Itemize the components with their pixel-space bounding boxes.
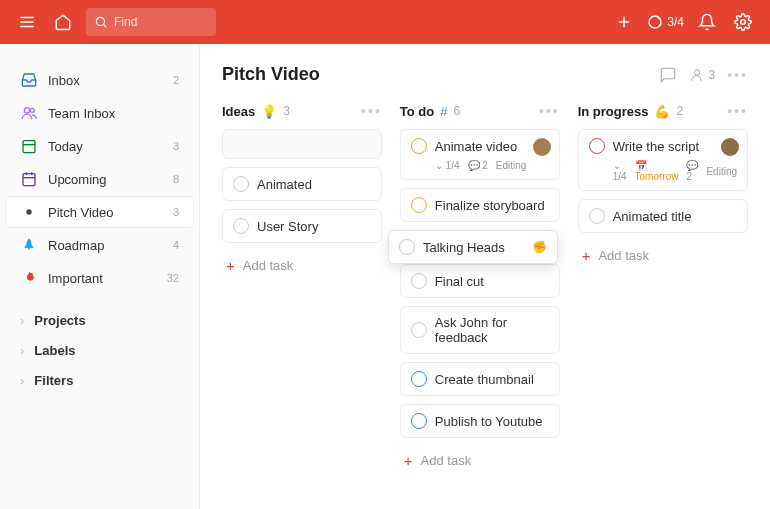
add-icon[interactable]	[611, 9, 637, 35]
sidebar-item-pitch-video[interactable]: Pitch Video 3	[6, 197, 193, 227]
assignee-avatar[interactable]	[533, 138, 551, 156]
task-title: Animated title	[613, 209, 692, 224]
sidebar-item-today[interactable]: Today 3	[6, 131, 193, 161]
task-title: Publish to Youtube	[435, 414, 543, 429]
sidebar: Inbox 2 Team Inbox Today 3 Upcoming 8 Pi…	[0, 44, 200, 509]
new-task-placeholder[interactable]	[222, 129, 382, 159]
menu-icon[interactable]	[14, 9, 40, 35]
task-label: Editing	[706, 166, 737, 177]
svg-point-17	[27, 210, 31, 214]
task-checkbox[interactable]	[411, 413, 427, 429]
svg-rect-13	[23, 174, 35, 186]
comments-count: 💬 2	[686, 160, 698, 182]
board-menu-icon[interactable]: •••	[727, 67, 748, 83]
task-checkbox[interactable]	[411, 197, 427, 213]
home-icon[interactable]	[50, 9, 76, 35]
column-header: To do # 6 •••	[400, 103, 560, 119]
calendar-icon	[20, 170, 38, 188]
task-meta: ⌄ 1/4💬 2Editing	[435, 160, 549, 171]
sidebar-item-important[interactable]: Important 32	[6, 263, 193, 293]
task-checkbox[interactable]	[411, 371, 427, 387]
progress-pill[interactable]: 3/4	[647, 14, 684, 30]
tray-icon	[20, 71, 38, 89]
task-card[interactable]: Animated	[222, 167, 382, 201]
sidebar-item-roadmap[interactable]: Roadmap 4	[6, 230, 193, 260]
task-card[interactable]: Write the script ⌄ 1/4📅 Tomorrow💬 2Editi…	[578, 129, 748, 191]
column-menu-icon[interactable]: •••	[727, 103, 748, 119]
task-title: Create thumbnail	[435, 372, 534, 387]
task-card[interactable]: Final cut	[400, 264, 560, 298]
task-checkbox[interactable]	[233, 176, 249, 192]
section-label: Projects	[34, 313, 179, 328]
column-header: In progress 💪 2 •••	[578, 103, 748, 119]
add-task-button[interactable]: + Add task	[400, 446, 560, 475]
task-checkbox[interactable]	[233, 218, 249, 234]
task-title: Talking Heads	[423, 240, 505, 255]
nav-label: Upcoming	[48, 172, 163, 187]
calendar-day-icon	[20, 137, 38, 155]
task-checkbox[interactable]	[411, 138, 427, 154]
section-label: Labels	[34, 343, 179, 358]
nav-label: Important	[48, 271, 157, 286]
task-card[interactable]: Create thumbnail	[400, 362, 560, 396]
rocket-icon	[20, 236, 38, 254]
column-title: To do	[400, 104, 434, 119]
column-in-progress: In progress 💪 2 ••• Write the script ⌄ 1…	[578, 103, 748, 270]
column-count: 6	[453, 104, 460, 118]
column-ideas: Ideas 💡 3 ••• Animated User Story + Add …	[222, 103, 382, 280]
assignee-avatar[interactable]	[721, 138, 739, 156]
sidebar-item-upcoming[interactable]: Upcoming 8	[6, 164, 193, 194]
column-title: Ideas	[222, 104, 255, 119]
chevron-right-icon: ›	[20, 373, 24, 388]
nav-count: 3	[173, 140, 179, 152]
svg-line-4	[104, 25, 107, 28]
chevron-right-icon: ›	[20, 343, 24, 358]
task-checkbox[interactable]	[589, 208, 605, 224]
fire-icon	[20, 269, 38, 287]
task-card[interactable]: Ask John for feedback	[400, 306, 560, 354]
comments-icon[interactable]	[659, 66, 677, 84]
task-card[interactable]: Animated title	[578, 199, 748, 233]
task-checkbox[interactable]	[411, 322, 427, 338]
gear-icon[interactable]	[730, 9, 756, 35]
sidebar-item-team-inbox[interactable]: Team Inbox	[6, 98, 193, 128]
grab-icon: ✊	[532, 240, 547, 254]
task-checkbox[interactable]	[411, 273, 427, 289]
add-task-label: Add task	[598, 248, 649, 263]
task-card[interactable]: Animate video ⌄ 1/4💬 2Editing	[400, 129, 560, 180]
comments-count: 💬 2	[468, 160, 488, 171]
task-card[interactable]: Finalize storyboard	[400, 188, 560, 222]
search-icon	[94, 15, 108, 29]
nav-label: Roadmap	[48, 238, 163, 253]
task-card[interactable]: Publish to Youtube	[400, 404, 560, 438]
add-task-button[interactable]: + Add task	[578, 241, 748, 270]
task-circle-icon	[399, 239, 415, 255]
add-task-button[interactable]: + Add task	[222, 251, 382, 280]
task-title: Animated	[257, 177, 312, 192]
progress-icon	[647, 14, 663, 30]
column-title: In progress	[578, 104, 649, 119]
sidebar-section-labels[interactable]: › Labels	[6, 337, 193, 364]
bell-icon[interactable]	[694, 9, 720, 35]
column-menu-icon[interactable]: •••	[361, 103, 382, 119]
members-button[interactable]: 3	[689, 67, 716, 83]
task-card[interactable]: User Story	[222, 209, 382, 243]
search-box[interactable]	[86, 8, 216, 36]
task-title: Final cut	[435, 274, 484, 289]
dragging-card[interactable]: Talking Heads ✊	[388, 230, 558, 264]
topbar: 3/4	[0, 0, 770, 44]
task-meta: ⌄ 1/4📅 Tomorrow💬 2Editing	[613, 160, 737, 182]
plus-icon: +	[582, 247, 591, 264]
column-menu-icon[interactable]: •••	[539, 103, 560, 119]
sidebar-section-projects[interactable]: › Projects	[6, 307, 193, 334]
nav-count: 2	[173, 74, 179, 86]
svg-point-18	[694, 69, 699, 74]
subtask-count: ⌄ 1/4	[435, 160, 460, 171]
svg-point-9	[24, 108, 29, 113]
task-checkbox[interactable]	[589, 138, 605, 154]
members-count: 3	[709, 68, 716, 82]
sidebar-section-filters[interactable]: › Filters	[6, 367, 193, 394]
search-input[interactable]	[114, 15, 204, 29]
sidebar-item-inbox[interactable]: Inbox 2	[6, 65, 193, 95]
board-title: Pitch Video	[222, 64, 659, 85]
